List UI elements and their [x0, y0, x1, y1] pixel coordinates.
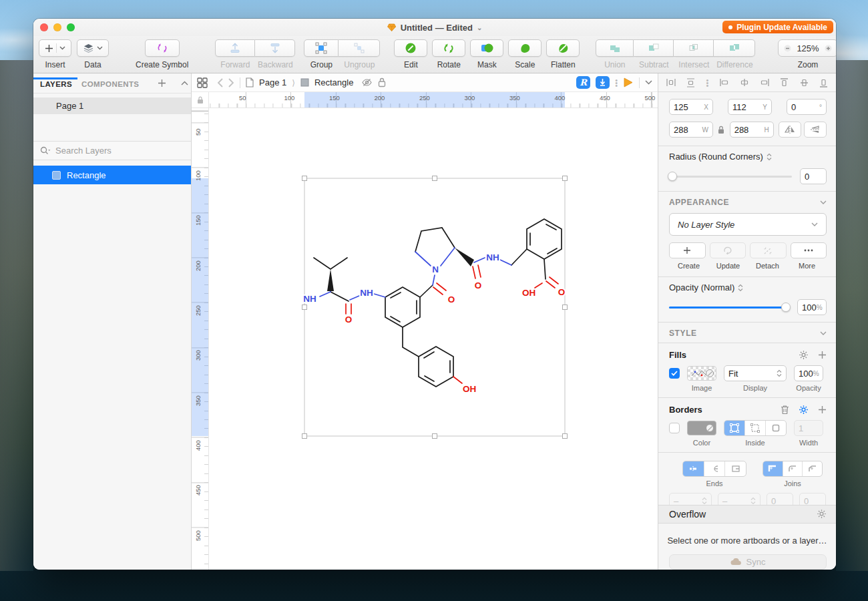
- group-button[interactable]: [304, 39, 339, 57]
- projecting-cap-button[interactable]: [724, 461, 746, 476]
- distribute-horizontally-icon[interactable]: [666, 78, 676, 87]
- insert-button[interactable]: [39, 39, 71, 57]
- canvas-chevron-down-icon[interactable]: [645, 80, 652, 85]
- subtract-button[interactable]: [634, 39, 674, 57]
- zoom-in-icon[interactable]: [825, 45, 832, 52]
- more-options-dots-icon[interactable]: •••: [615, 79, 618, 87]
- border-width-field[interactable]: 1: [794, 420, 823, 436]
- border-outside-button[interactable]: [765, 421, 786, 435]
- search-layers-input[interactable]: [55, 146, 184, 156]
- union-button[interactable]: [596, 39, 634, 57]
- align-center-horizontally-icon[interactable]: [740, 78, 749, 87]
- page-list-item[interactable]: Page 1: [33, 97, 191, 114]
- grid-view-icon[interactable]: [197, 77, 208, 88]
- play-plugin-icon[interactable]: [623, 77, 634, 87]
- flatten-button[interactable]: [546, 39, 580, 57]
- delete-border-trash-icon[interactable]: [781, 405, 789, 415]
- fill-enabled-checkbox[interactable]: [669, 368, 680, 379]
- radius-stepper-icon[interactable]: [767, 153, 772, 161]
- flip-vertical-button[interactable]: [804, 122, 827, 138]
- gap-field-2[interactable]: 0: [799, 493, 826, 505]
- style-header[interactable]: STYLE: [658, 323, 836, 343]
- overflow-gear-icon[interactable]: [817, 509, 827, 519]
- forward-chevron-icon[interactable]: [228, 78, 234, 87]
- border-inside-button[interactable]: [724, 421, 744, 435]
- download-badge[interactable]: [596, 76, 610, 89]
- horizontal-ruler[interactable]: 50100150200250300350400450500: [209, 92, 658, 108]
- difference-button[interactable]: [714, 39, 755, 57]
- butt-cap-button[interactable]: [683, 461, 704, 476]
- add-page-icon[interactable]: [158, 79, 166, 87]
- x-position-field[interactable]: 125 X: [669, 99, 713, 115]
- ruler-lock-icon[interactable]: [197, 96, 204, 104]
- selection-handles[interactable]: [302, 176, 568, 439]
- align-bottom-icon[interactable]: [819, 78, 828, 87]
- molecule-image-layer[interactable]: NHONHNOONHOHOOH: [209, 108, 658, 570]
- layer-style-dropdown[interactable]: No Layer Style: [669, 213, 827, 236]
- fills-settings-gear-icon[interactable]: [799, 350, 809, 360]
- intersect-button[interactable]: [674, 39, 714, 57]
- fill-display-dropdown[interactable]: Fit: [724, 365, 787, 381]
- round-join-button[interactable]: [783, 461, 803, 476]
- zoom-control[interactable]: 125%: [778, 39, 836, 57]
- layer-list-item-rectangle[interactable]: Rectangle: [33, 166, 191, 184]
- sync-button[interactable]: Sync: [669, 554, 827, 570]
- border-color-swatch[interactable]: [687, 421, 716, 435]
- collapse-pages-icon[interactable]: [181, 81, 188, 85]
- close-button[interactable]: [40, 23, 48, 31]
- edit-button[interactable]: [394, 39, 427, 57]
- style-update-button[interactable]: [710, 242, 746, 258]
- eye-off-icon[interactable]: [361, 78, 373, 87]
- appearance-header[interactable]: APPEARANCE: [658, 192, 836, 212]
- align-left-icon[interactable]: [720, 78, 729, 87]
- bevel-join-button[interactable]: [802, 461, 822, 476]
- opacity-slider-knob[interactable]: [781, 303, 791, 312]
- align-top-icon[interactable]: [780, 78, 789, 87]
- rotate-button[interactable]: [432, 39, 465, 57]
- flip-horizontal-button[interactable]: [779, 122, 801, 138]
- zoom-window-button[interactable]: [67, 23, 75, 31]
- radius-slider-knob[interactable]: [668, 172, 677, 181]
- radius-value-field[interactable]: 0: [800, 168, 827, 184]
- vertical-ruler[interactable]: 50100150200250300350400450500: [192, 108, 209, 570]
- ungroup-button[interactable]: [339, 39, 380, 57]
- miter-join-button[interactable]: [763, 461, 783, 476]
- distribute-vertically-icon[interactable]: [686, 78, 695, 87]
- radius-slider[interactable]: [669, 176, 792, 178]
- create-symbol-button[interactable]: [145, 39, 180, 57]
- data-button[interactable]: [77, 39, 109, 57]
- back-chevron-icon[interactable]: [217, 78, 223, 87]
- border-center-button[interactable]: [744, 421, 765, 435]
- add-fill-icon[interactable]: [818, 351, 827, 359]
- lock-aspect-icon[interactable]: [718, 126, 724, 134]
- canvas[interactable]: NHONHNOONHOHOOH: [209, 108, 658, 570]
- minimize-button[interactable]: [53, 23, 61, 31]
- style-more-button[interactable]: [791, 242, 827, 258]
- width-field[interactable]: 288 W: [669, 122, 713, 138]
- scale-button[interactable]: [508, 39, 541, 57]
- opacity-slider[interactable]: [669, 307, 789, 309]
- border-enabled-checkbox[interactable]: [669, 423, 680, 433]
- tab-components[interactable]: COMPONENTS: [81, 79, 139, 88]
- zoom-out-icon[interactable]: [784, 45, 791, 52]
- add-border-icon[interactable]: [818, 405, 827, 414]
- y-position-field[interactable]: 112 Y: [728, 99, 772, 115]
- breadcrumb-layer[interactable]: Rectangle: [314, 77, 354, 87]
- align-middle-vertically-icon[interactable]: [800, 78, 809, 87]
- runner-plugin-badge[interactable]: R: [576, 76, 590, 89]
- window-title-area[interactable]: Untitled — Edited ⌄: [387, 23, 483, 33]
- forward-button[interactable]: [215, 39, 255, 57]
- breadcrumb-page[interactable]: Page 1: [259, 77, 286, 87]
- style-detach-button[interactable]: [750, 242, 787, 258]
- borders-settings-gear-icon[interactable]: [799, 405, 809, 415]
- round-cap-button[interactable]: [704, 461, 725, 476]
- gap-field-1[interactable]: 0: [767, 493, 793, 505]
- backward-button[interactable]: [255, 39, 295, 57]
- style-create-button[interactable]: [669, 242, 706, 258]
- opacity-value-field[interactable]: 100 %: [797, 299, 827, 315]
- fill-opacity-field[interactable]: 100 %: [794, 365, 823, 381]
- dash-dropdown-2[interactable]: –: [718, 493, 761, 505]
- tab-layers[interactable]: LAYERS: [40, 79, 72, 88]
- dash-dropdown-1[interactable]: –: [669, 493, 712, 505]
- lock-icon[interactable]: [378, 77, 386, 87]
